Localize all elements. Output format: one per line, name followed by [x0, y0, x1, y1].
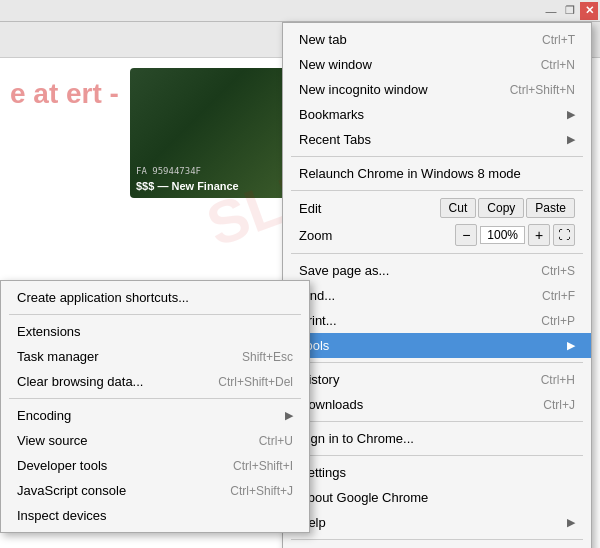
- submenu-item-inspect-devices[interactable]: Inspect devices: [1, 503, 309, 528]
- zoom-out-button[interactable]: −: [455, 224, 477, 246]
- menu-item-print[interactable]: Print... Ctrl+P: [283, 308, 591, 333]
- menu-item-find[interactable]: Find... Ctrl+F: [283, 283, 591, 308]
- menu-item-new-window[interactable]: New window Ctrl+N: [283, 52, 591, 77]
- edit-label: Edit: [299, 201, 438, 216]
- main-menu: New tab Ctrl+T New window Ctrl+N New inc…: [282, 22, 592, 548]
- copy-button[interactable]: Copy: [478, 198, 524, 218]
- cut-button[interactable]: Cut: [440, 198, 477, 218]
- edit-row: Edit Cut Copy Paste: [283, 195, 591, 221]
- menu-item-new-tab[interactable]: New tab Ctrl+T: [283, 27, 591, 52]
- menu-item-settings[interactable]: Settings: [283, 460, 591, 485]
- menu-item-recent-tabs[interactable]: Recent Tabs ▶: [283, 127, 591, 152]
- minimize-button[interactable]: —: [542, 2, 560, 20]
- submenu-separator-2: [9, 398, 301, 399]
- close-button[interactable]: ✕: [580, 2, 598, 20]
- maximize-button[interactable]: ❐: [561, 2, 579, 20]
- fullscreen-button[interactable]: ⛶: [553, 224, 575, 246]
- browser-window: — ❐ ✕ ☆ ≡ e at ert - FA 95944734F $$$ — …: [0, 0, 600, 548]
- submenu-item-create-shortcuts[interactable]: Create application shortcuts...: [1, 285, 309, 310]
- submenu-separator-1: [9, 314, 301, 315]
- submenu-item-developer-tools[interactable]: Developer tools Ctrl+Shift+I: [1, 453, 309, 478]
- zoom-value: 100%: [480, 226, 525, 244]
- menu-item-save-page[interactable]: Save page as... Ctrl+S: [283, 258, 591, 283]
- zoom-row: Zoom − 100% + ⛶: [283, 221, 591, 249]
- menu-separator-7: [291, 539, 583, 540]
- menu-item-bookmarks[interactable]: Bookmarks ▶: [283, 102, 591, 127]
- submenu-item-extensions[interactable]: Extensions: [1, 319, 309, 344]
- title-bar: — ❐ ✕: [0, 0, 600, 22]
- submenu-item-clear-browsing[interactable]: Clear browsing data... Ctrl+Shift+Del: [1, 369, 309, 394]
- menu-item-new-incognito[interactable]: New incognito window Ctrl+Shift+N: [283, 77, 591, 102]
- page-card-image: FA 95944734F $$$ — New Finance: [130, 68, 290, 198]
- zoom-in-button[interactable]: +: [528, 224, 550, 246]
- menu-item-signin[interactable]: Sign in to Chrome...: [283, 426, 591, 451]
- menu-item-about[interactable]: About Google Chrome: [283, 485, 591, 510]
- card-label: $$$ — New Finance: [136, 180, 284, 192]
- submenu-item-javascript-console[interactable]: JavaScript console Ctrl+Shift+J: [1, 478, 309, 503]
- page-text-fragment: e at ert -: [10, 78, 119, 110]
- menu-separator-4: [291, 362, 583, 363]
- menu-separator-3: [291, 253, 583, 254]
- menu-item-history[interactable]: History Ctrl+H: [283, 367, 591, 392]
- menu-item-exit[interactable]: Exit Ctrl+Shift+Q: [283, 544, 591, 548]
- paste-button[interactable]: Paste: [526, 198, 575, 218]
- menu-separator-1: [291, 156, 583, 157]
- menu-separator-5: [291, 421, 583, 422]
- menu-separator-2: [291, 190, 583, 191]
- tools-submenu: Create application shortcuts... Extensio…: [0, 280, 310, 533]
- submenu-item-task-manager[interactable]: Task manager Shift+Esc: [1, 344, 309, 369]
- submenu-item-view-source[interactable]: View source Ctrl+U: [1, 428, 309, 453]
- menu-item-downloads[interactable]: Downloads Ctrl+J: [283, 392, 591, 417]
- zoom-label: Zoom: [299, 228, 455, 243]
- menu-item-help[interactable]: Help ▶: [283, 510, 591, 535]
- menu-item-relaunch[interactable]: Relaunch Chrome in Windows 8 mode: [283, 161, 591, 186]
- menu-item-tools[interactable]: Tools ▶: [283, 333, 591, 358]
- card-number: FA 95944734F: [136, 166, 284, 176]
- menu-separator-6: [291, 455, 583, 456]
- submenu-item-encoding[interactable]: Encoding ▶: [1, 403, 309, 428]
